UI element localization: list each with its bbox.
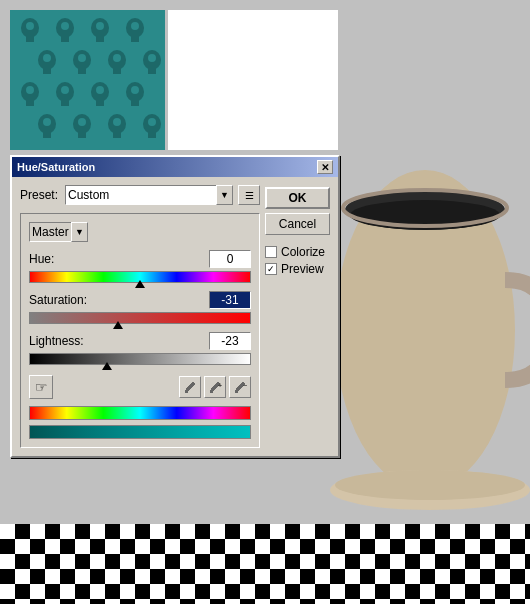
- hue-spectrum-bar: [29, 406, 251, 420]
- svg-point-34: [61, 22, 69, 30]
- svg-rect-56: [210, 390, 213, 393]
- lightness-label: Lightness:: [29, 334, 84, 348]
- svg-rect-18: [26, 94, 34, 106]
- white-canvas-area: [168, 10, 338, 150]
- preview-checkbox[interactable]: [265, 263, 277, 275]
- svg-rect-20: [61, 94, 69, 106]
- svg-rect-24: [131, 94, 139, 106]
- adjustments-group: Master ▼ Hue:: [20, 213, 260, 448]
- svg-point-44: [131, 86, 139, 94]
- options-area: Colorize Preview: [265, 245, 330, 279]
- preview-label: Preview: [281, 262, 324, 276]
- preset-row: Preset: Custom ▼ ☰: [20, 185, 260, 205]
- svg-point-38: [78, 54, 86, 62]
- lightness-label-row: Lightness:: [29, 332, 251, 350]
- lightness-slider-thumb[interactable]: [102, 362, 112, 370]
- hue-slider-thumb[interactable]: [135, 280, 145, 288]
- svg-text:−: −: [243, 382, 247, 389]
- svg-rect-26: [43, 126, 51, 138]
- hue-saturation-dialog: Hue/Saturation ✕ Preset: Custom ▼ ☰: [10, 155, 340, 458]
- preset-select[interactable]: Custom: [65, 185, 233, 205]
- svg-point-45: [43, 118, 51, 126]
- svg-rect-4: [61, 30, 69, 42]
- channel-row: Master ▼: [29, 222, 251, 242]
- svg-point-41: [26, 86, 34, 94]
- saturation-slider-thumb[interactable]: [113, 321, 123, 329]
- hue-slider-track[interactable]: [29, 271, 251, 283]
- saturation-slider-track[interactable]: [29, 312, 251, 324]
- svg-rect-28: [78, 126, 86, 138]
- hue-label: Hue:: [29, 252, 54, 266]
- svg-rect-55: [185, 390, 188, 393]
- eyedropper-button[interactable]: [179, 376, 201, 398]
- svg-point-39: [113, 54, 121, 62]
- saturation-group: Saturation:: [29, 291, 251, 324]
- hue-label-row: Hue:: [29, 250, 251, 268]
- svg-point-54: [335, 470, 525, 500]
- eyedropper-subtract-icon: −: [233, 380, 247, 394]
- coffee-cup-image: [320, 130, 530, 530]
- hand-tool-button[interactable]: ☞: [29, 375, 53, 399]
- svg-point-46: [78, 118, 86, 126]
- svg-rect-6: [96, 30, 104, 42]
- cancel-button[interactable]: Cancel: [265, 213, 330, 235]
- svg-rect-2: [26, 30, 34, 42]
- right-buttons-column: OK Cancel Colorize Preview: [265, 185, 330, 279]
- eyedropper-add-icon: +: [208, 380, 222, 394]
- svg-rect-30: [113, 126, 121, 138]
- saturation-label: Saturation:: [29, 293, 87, 307]
- svg-point-40: [148, 54, 156, 62]
- dialog-titlebar[interactable]: Hue/Saturation ✕: [12, 157, 338, 177]
- eyedropper-icon: [183, 380, 197, 394]
- svg-point-43: [96, 86, 104, 94]
- colorize-label: Colorize: [281, 245, 325, 259]
- svg-rect-14: [113, 62, 121, 74]
- svg-point-48: [148, 118, 156, 126]
- teal-pattern: [10, 10, 165, 150]
- dialog-close-button[interactable]: ✕: [317, 160, 333, 174]
- current-color-bar: [29, 425, 251, 439]
- ok-button[interactable]: OK: [265, 187, 330, 209]
- svg-rect-10: [43, 62, 51, 74]
- svg-rect-58: [235, 390, 238, 393]
- svg-point-37: [43, 54, 51, 62]
- eyedropper-add-button[interactable]: +: [204, 376, 226, 398]
- lightness-group: Lightness:: [29, 332, 251, 365]
- svg-point-42: [61, 86, 69, 94]
- colorize-checkbox[interactable]: [265, 246, 277, 258]
- saturation-label-row: Saturation:: [29, 291, 251, 309]
- eyedropper-group: + −: [179, 376, 251, 398]
- preset-dropdown-button[interactable]: ▼: [216, 185, 233, 205]
- hue-value-input[interactable]: [209, 250, 251, 268]
- svg-text:+: +: [218, 382, 222, 389]
- channel-dropdown-button[interactable]: ▼: [71, 222, 88, 242]
- hue-group: Hue:: [29, 250, 251, 283]
- bottom-toolbar: ☞: [29, 373, 251, 401]
- dialog-body: Preset: Custom ▼ ☰ Ma: [12, 177, 338, 456]
- svg-rect-12: [78, 62, 86, 74]
- svg-rect-22: [96, 94, 104, 106]
- svg-rect-16: [148, 62, 156, 74]
- lightness-value-input[interactable]: [209, 332, 251, 350]
- preview-row: Preview: [265, 262, 330, 276]
- preset-menu-button[interactable]: ☰: [238, 185, 260, 205]
- svg-point-36: [131, 22, 139, 30]
- svg-rect-32: [148, 126, 156, 138]
- lightness-slider-track[interactable]: [29, 353, 251, 365]
- svg-point-33: [26, 22, 34, 30]
- svg-point-35: [96, 22, 104, 30]
- saturation-value-input[interactable]: [209, 291, 251, 309]
- checkerboard-floor: [0, 524, 530, 604]
- svg-point-47: [113, 118, 121, 126]
- svg-rect-8: [131, 30, 139, 42]
- hand-icon: ☞: [35, 379, 48, 395]
- channel-select-wrapper: Master ▼: [29, 222, 88, 242]
- colorize-row: Colorize: [265, 245, 330, 259]
- eyedropper-subtract-button[interactable]: −: [229, 376, 251, 398]
- dialog-title: Hue/Saturation: [17, 161, 95, 173]
- preset-select-wrapper: Custom ▼: [65, 185, 233, 205]
- preset-label: Preset:: [20, 188, 60, 202]
